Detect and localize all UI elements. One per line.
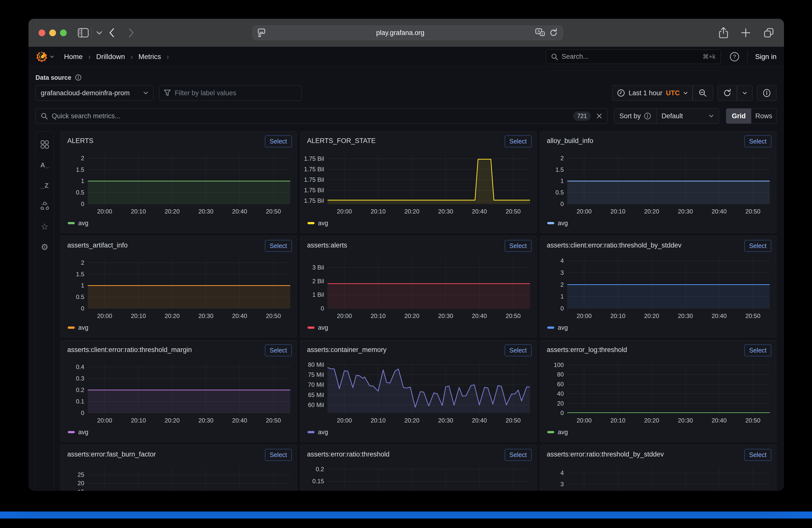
chart-plot[interactable] — [567, 155, 770, 204]
settings-gear-icon[interactable]: ⚙ — [41, 243, 48, 251]
x-axis-label: 20:20 — [160, 208, 185, 215]
search-icon — [551, 53, 558, 60]
chart-plot[interactable] — [328, 468, 530, 491]
chart-plot[interactable] — [328, 259, 530, 308]
tab-overview-icon[interactable] — [764, 28, 774, 38]
sidebar-toggle-icon[interactable] — [78, 28, 89, 38]
chart-legend[interactable]: avg — [547, 324, 568, 331]
x-axis-label: 20:30 — [193, 417, 218, 424]
chart-plot[interactable] — [88, 468, 290, 491]
view-grid-button[interactable]: Grid — [726, 108, 751, 123]
refresh-icon[interactable] — [717, 85, 737, 101]
chart-legend[interactable]: avg — [307, 324, 328, 331]
chart-plot[interactable] — [567, 259, 770, 308]
x-axis-label: 20:40 — [707, 312, 732, 320]
new-tab-icon[interactable] — [741, 28, 751, 38]
chart-plot[interactable] — [328, 364, 530, 413]
forward-icon[interactable] — [128, 28, 134, 38]
datasource-select[interactable]: grafanacloud-demoinfra-prom — [35, 85, 154, 101]
chevron-down-icon[interactable] — [96, 31, 102, 35]
x-axis-label: 20:20 — [639, 312, 664, 320]
x-axis-label: 20:50 — [501, 208, 526, 215]
x-axis-label: 20:20 — [400, 208, 424, 215]
clear-search-icon[interactable] — [596, 113, 602, 119]
global-search-input[interactable]: Search... ⌘+k — [546, 49, 721, 64]
legend-swatch — [307, 222, 315, 224]
address-bar[interactable]: play.grafana.org A文 — [252, 26, 563, 40]
y-axis-label: 60 — [540, 381, 564, 388]
chart-plot[interactable] — [567, 468, 770, 491]
y-axis-label: 0.1 — [301, 490, 324, 491]
refresh-interval-dropdown[interactable] — [737, 85, 753, 101]
breadcrumb-metrics[interactable]: Metrics — [139, 53, 161, 61]
chart-plot[interactable] — [88, 155, 290, 204]
select-button[interactable]: Select — [744, 449, 771, 461]
translate-icon[interactable]: A文 — [535, 28, 545, 37]
x-axis-label: 20:10 — [126, 312, 151, 320]
sign-in-button[interactable]: Sign in — [755, 53, 777, 61]
legend-label: avg — [78, 220, 88, 227]
info-icon[interactable] — [757, 85, 777, 101]
info-icon[interactable] — [644, 112, 651, 120]
chart-legend[interactable]: avg — [68, 220, 88, 227]
zoom-out-icon[interactable] — [693, 85, 713, 101]
chart-legend[interactable]: avg — [547, 220, 568, 227]
y-axis-label: 2 — [61, 259, 84, 266]
quick-search-input[interactable]: Quick search metrics... 721 — [35, 108, 608, 124]
view-rows-button[interactable]: Rows — [751, 108, 776, 123]
zoom-window-icon[interactable] — [60, 29, 67, 36]
star-icon[interactable]: ☆ — [41, 222, 48, 231]
chart-plot[interactable] — [88, 364, 290, 413]
select-button[interactable]: Select — [265, 449, 292, 461]
x-axis-label: 20:40 — [227, 417, 252, 424]
legend-label: avg — [558, 428, 568, 436]
time-range-picker[interactable]: Last 1 hour UTC — [612, 85, 693, 101]
select-button[interactable]: Select — [505, 344, 532, 356]
breadcrumb-drilldown[interactable]: Drilldown — [96, 53, 125, 61]
sort-by-select[interactable]: Default — [656, 108, 719, 124]
select-button[interactable]: Select — [265, 344, 292, 356]
x-axis-label: 20:40 — [707, 208, 732, 215]
info-icon[interactable] — [75, 74, 82, 81]
grafana-logo-icon[interactable] — [36, 51, 47, 62]
select-button[interactable]: Select — [265, 240, 292, 252]
share-icon[interactable] — [719, 27, 728, 38]
metric-panel: asserts:error:fast_burn_factor Select av… — [60, 445, 297, 491]
x-axis-label: 20:50 — [261, 417, 286, 424]
select-button[interactable]: Select — [505, 449, 532, 461]
back-icon[interactable] — [109, 28, 115, 38]
chart-plot[interactable] — [328, 155, 530, 204]
select-button[interactable]: Select — [505, 135, 532, 147]
chart-svg — [328, 364, 530, 413]
y-axis-label: 0.5 — [61, 189, 84, 196]
chart-plot[interactable] — [88, 259, 290, 308]
breadcrumb-home[interactable]: Home — [64, 53, 83, 61]
url-text[interactable]: play.grafana.org — [265, 29, 535, 37]
label-filter-input[interactable]: Filter by label values — [159, 85, 302, 101]
chart-legend[interactable]: avg — [68, 428, 88, 436]
x-axis-label: 20:20 — [400, 312, 424, 320]
legend-label: avg — [558, 324, 568, 331]
help-icon[interactable]: ? — [729, 52, 740, 62]
reload-icon[interactable] — [549, 28, 558, 37]
groups-icon[interactable] — [40, 202, 49, 210]
chart-legend[interactable]: avg — [68, 324, 88, 331]
chart-legend[interactable]: avg — [307, 220, 328, 227]
chart-legend[interactable]: avg — [547, 428, 568, 436]
select-button[interactable]: Select — [265, 135, 292, 147]
chevron-down-icon[interactable] — [50, 56, 54, 58]
reader-icon[interactable] — [258, 29, 265, 37]
minimize-window-icon[interactable] — [49, 29, 56, 36]
legend-swatch — [547, 222, 554, 224]
close-window-icon[interactable] — [39, 29, 45, 36]
chart-plot[interactable] — [567, 364, 770, 413]
select-button[interactable]: Select — [744, 240, 771, 252]
select-button[interactable]: Select — [505, 240, 532, 252]
apps-icon[interactable] — [40, 140, 49, 149]
x-axis-label: 20:30 — [193, 208, 218, 215]
sort-alpha-za-icon[interactable]: _Z — [41, 181, 49, 190]
select-button[interactable]: Select — [744, 135, 771, 147]
sort-alpha-az-icon[interactable]: A_ — [40, 161, 49, 170]
chart-legend[interactable]: avg — [307, 428, 328, 436]
select-button[interactable]: Select — [744, 344, 771, 356]
